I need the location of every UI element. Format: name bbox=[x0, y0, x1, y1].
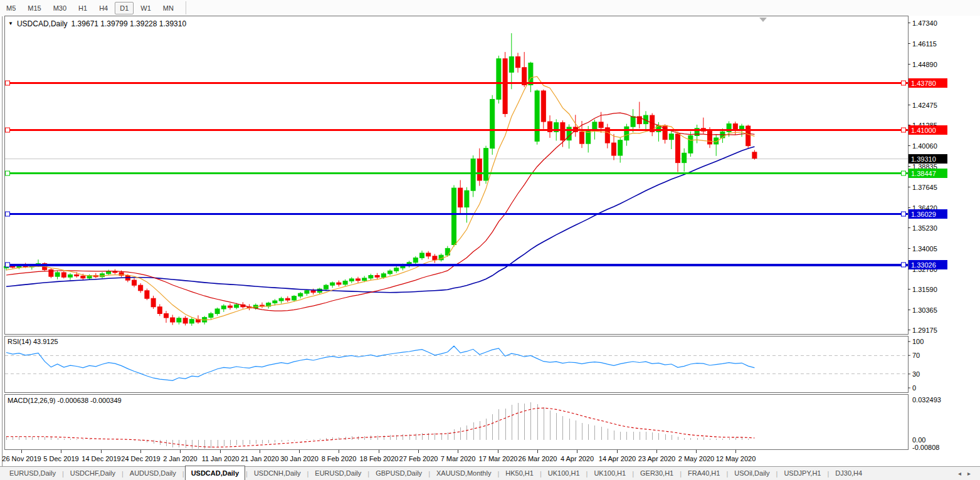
rsi-indicator-label: RSI(14) 43.9125 bbox=[8, 338, 58, 345]
candle-body bbox=[356, 279, 361, 281]
candle-body bbox=[426, 253, 431, 256]
chart-tab-usdchf-daily[interactable]: USDCHF,Daily bbox=[65, 467, 121, 480]
candle-body bbox=[145, 291, 149, 298]
candle-body bbox=[509, 56, 514, 72]
ma-fast-line bbox=[6, 76, 754, 320]
timeframe-button-h1[interactable]: H1 bbox=[73, 2, 92, 14]
date-tick-label: 26 Nov 2019 bbox=[2, 455, 41, 462]
candle-body bbox=[631, 117, 635, 127]
hline-left-handle[interactable] bbox=[6, 212, 10, 216]
timeframe-button-h4[interactable]: H4 bbox=[94, 2, 113, 14]
ma-mid-line bbox=[6, 113, 754, 311]
candle-body bbox=[746, 126, 751, 146]
rsi-tick-label: 0 bbox=[912, 384, 916, 392]
candle-body bbox=[221, 306, 226, 309]
price-tick-label: 1.44890 bbox=[912, 61, 937, 68]
candle-body bbox=[593, 122, 597, 130]
chart-tab-usdcad-daily[interactable]: USDCAD,Daily bbox=[185, 466, 245, 480]
candle-body bbox=[215, 309, 219, 314]
chart-surface[interactable]: 1.473401.461151.448901.436651.424751.412… bbox=[0, 0, 980, 480]
date-tick-label: 27 Feb 2020 bbox=[399, 455, 438, 462]
date-tick-label: 14 Dec 2019 bbox=[82, 455, 120, 462]
price-tick-label: 1.29175 bbox=[912, 326, 937, 334]
chart-tab-eurusd-daily[interactable]: EURUSD,Daily bbox=[309, 467, 367, 480]
candle-body bbox=[477, 159, 482, 180]
candle-body bbox=[305, 291, 309, 293]
hline-right-handle[interactable] bbox=[902, 81, 906, 85]
chart-tab-uk100-h1[interactable]: UK100,H1 bbox=[542, 467, 586, 480]
candle-body bbox=[529, 63, 533, 85]
candle-body bbox=[337, 283, 341, 284]
price-badge-label: 1.38447 bbox=[911, 170, 936, 177]
chart-symbol-period: USDCAD,Daily bbox=[17, 19, 68, 28]
candle-body bbox=[139, 285, 143, 291]
price-tick-label: 1.47340 bbox=[912, 19, 937, 27]
price-badge-label: 1.43780 bbox=[911, 80, 936, 87]
hline-left-handle[interactable] bbox=[6, 263, 10, 267]
chart-tab-usoil-daily[interactable]: USOil,Daily bbox=[729, 467, 775, 480]
chart-tab-dj30-h4[interactable]: DJ30,H4 bbox=[830, 467, 868, 480]
candle-body bbox=[394, 268, 399, 271]
candle-body bbox=[311, 291, 315, 293]
chart-tab-usdcnh-daily[interactable]: USDCNH,Daily bbox=[248, 467, 307, 480]
chart-shift-marker-icon bbox=[759, 18, 767, 22]
chart-tab-gbpusd-daily[interactable]: GBPUSD,Daily bbox=[370, 467, 428, 480]
candle-body bbox=[452, 188, 456, 244]
candle-body bbox=[369, 276, 373, 278]
candle-body bbox=[580, 132, 584, 143]
chart-tab-usdjpy-h1[interactable]: USDJPY,H1 bbox=[778, 467, 826, 480]
toolbar-separator bbox=[186, 1, 186, 14]
timeframe-button-m30[interactable]: M30 bbox=[48, 2, 71, 14]
chart-tab-eurusd-daily[interactable]: EURUSD,Daily bbox=[4, 467, 61, 480]
timeframe-button-m15[interactable]: M15 bbox=[23, 2, 46, 14]
date-tick-label: 12 May 2020 bbox=[716, 455, 756, 462]
candle-body bbox=[458, 188, 463, 207]
candle-body bbox=[471, 159, 475, 190]
candle-body bbox=[484, 149, 488, 180]
rsi-pane-border bbox=[5, 337, 909, 393]
price-badge-label: 1.36029 bbox=[911, 211, 936, 218]
candle-body bbox=[618, 140, 623, 155]
hline-right-handle[interactable] bbox=[902, 263, 906, 267]
candle-body bbox=[330, 283, 335, 285]
hline-left-handle[interactable] bbox=[6, 81, 10, 85]
timeframe-button-d1[interactable]: D1 bbox=[115, 2, 134, 14]
hline-right-handle[interactable] bbox=[902, 212, 906, 216]
candle-body bbox=[420, 253, 424, 258]
price-tick-label: 1.42475 bbox=[912, 102, 937, 109]
hline-left-handle[interactable] bbox=[6, 128, 10, 132]
timeframe-button-w1[interactable]: W1 bbox=[135, 2, 156, 14]
candle-body bbox=[177, 318, 181, 322]
price-tick-label: 1.34005 bbox=[912, 245, 937, 253]
chart-tab-audusd-daily[interactable]: AUDUSD,Daily bbox=[124, 467, 182, 480]
chart-tab-xauusd-monthly[interactable]: XAUUSD,Monthly bbox=[431, 467, 497, 480]
date-tick-label: 18 Feb 2020 bbox=[360, 455, 399, 462]
candle-body bbox=[55, 273, 60, 276]
chart-tab-ger30-h1[interactable]: GER30,H1 bbox=[635, 467, 679, 480]
candle-body bbox=[599, 122, 603, 128]
timeframe-button-m5[interactable]: M5 bbox=[1, 2, 21, 14]
chart-tab-hk50-h1[interactable]: HK50,H1 bbox=[500, 467, 539, 480]
hline-right-handle[interactable] bbox=[902, 128, 906, 132]
chart-title: ▼ USDCAD,Daily 1.39671 1.39799 1.39228 1… bbox=[8, 19, 186, 28]
macd-signal-line bbox=[6, 408, 754, 447]
price-badge-label: 1.33026 bbox=[911, 261, 936, 269]
tab-scroll-right-icon[interactable]: ▸ bbox=[964, 470, 974, 477]
hline-right-handle[interactable] bbox=[902, 171, 906, 175]
hline-left-handle[interactable] bbox=[6, 171, 10, 175]
candle-body bbox=[375, 276, 379, 278]
date-tick-label: 2 Jan 2020 bbox=[163, 455, 197, 462]
rsi-tick-label: 30 bbox=[912, 370, 920, 378]
candle-body bbox=[503, 59, 507, 114]
chart-tab-uk100-h1[interactable]: UK100,H1 bbox=[588, 467, 631, 480]
timeframe-button-mn[interactable]: MN bbox=[158, 2, 179, 14]
candle-body bbox=[132, 280, 137, 285]
date-tick-label: 14 Apr 2020 bbox=[599, 455, 636, 462]
price-badge-label: 1.41000 bbox=[911, 127, 936, 134]
macd-indicator-label: MACD(12,26,9) -0.000638 -0.000349 bbox=[8, 397, 122, 404]
candle-body bbox=[612, 143, 616, 155]
chart-tab-fra40-h1[interactable]: FRA40,H1 bbox=[682, 467, 725, 480]
quote-dropdown-icon[interactable]: ▼ bbox=[8, 21, 13, 26]
tab-scroll-left-icon[interactable]: ◂ bbox=[955, 470, 964, 477]
candle-body bbox=[209, 314, 213, 318]
